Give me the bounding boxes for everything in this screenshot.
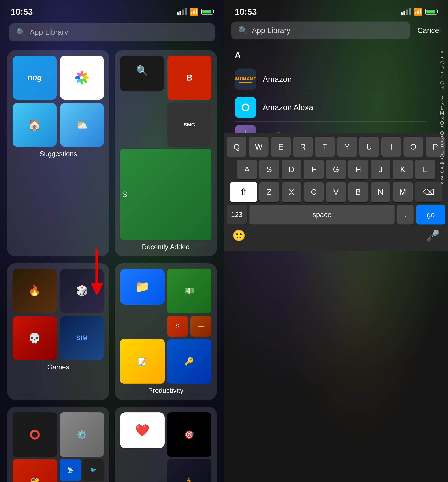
key-C[interactable]: C	[304, 182, 324, 202]
search-plus-icon[interactable]: 🔍 +	[120, 56, 164, 92]
key-R[interactable]: R	[293, 137, 313, 157]
alpha-J[interactable]: J	[441, 95, 443, 101]
key-S[interactable]: S	[259, 160, 279, 179]
alpha-A[interactable]: A	[440, 50, 444, 55]
alpha-U[interactable]: U	[440, 151, 444, 156]
recently-added-folder[interactable]: 🔍 + B SMG S Recently Added	[115, 50, 217, 256]
alpha-P[interactable]: P	[440, 125, 444, 131]
alpha-W[interactable]: W	[440, 161, 444, 166]
key-Y[interactable]: Y	[337, 137, 357, 157]
key-G[interactable]: G	[326, 160, 346, 179]
key-I[interactable]: I	[381, 137, 401, 157]
authy-icon[interactable]: 🔐	[13, 459, 57, 482]
prod-row2: 📝 🔑	[120, 339, 211, 384]
key-Q[interactable]: Q	[227, 137, 247, 157]
alpha-Z[interactable]: Z	[440, 176, 443, 181]
key-K[interactable]: K	[393, 160, 413, 179]
period-key[interactable]: .	[397, 205, 414, 225]
cancel-button[interactable]: Cancel	[414, 26, 441, 35]
left-panel: 10:53 📶 🔍 App Library	[0, 0, 224, 482]
suggestions-folder[interactable]: ring	[7, 50, 109, 256]
key-J[interactable]: J	[371, 160, 390, 179]
key-O[interactable]: O	[403, 137, 423, 157]
productivity-folder[interactable]: 📁 💵 S — 📝 🔑 Productivity	[115, 264, 217, 400]
key-H[interactable]: H	[348, 160, 368, 179]
alpha-L[interactable]: L	[441, 105, 443, 110]
alpha-G[interactable]: G	[440, 80, 444, 85]
sim-icon[interactable]: SIM	[60, 316, 104, 360]
alpha-V[interactable]: V	[440, 156, 444, 161]
onepass-icon[interactable]: 🔑	[167, 339, 212, 384]
alpha-O[interactable]: O	[440, 121, 444, 125]
search-bar-right[interactable]: 🔍 App Library	[231, 22, 410, 39]
health-icon[interactable]: ❤️	[120, 412, 165, 448]
key-M[interactable]: M	[393, 182, 413, 202]
key-T[interactable]: T	[315, 137, 335, 157]
alpha-X[interactable]: X	[440, 166, 444, 171]
key-E[interactable]: E	[271, 137, 291, 157]
bezel-icon[interactable]: B	[168, 56, 212, 100]
alpha-K[interactable]: K	[440, 101, 444, 105]
key-L[interactable]: L	[415, 160, 435, 179]
alpha-hash[interactable]: #	[441, 181, 443, 186]
soulver-icon[interactable]: S	[120, 149, 211, 240]
search-icon-left: 🔍	[16, 28, 26, 37]
alpha-Y[interactable]: Y	[440, 171, 444, 176]
search-bar-left[interactable]: 🔍 App Library	[9, 23, 215, 41]
ring3-icon[interactable]: 📡	[60, 459, 81, 481]
activity-icon[interactable]: 🎯	[167, 412, 212, 457]
alpha-N[interactable]: N	[440, 116, 444, 121]
alpha-R[interactable]: R	[440, 136, 444, 140]
home-icon[interactable]: 🏠	[13, 103, 57, 147]
weather-icon[interactable]: ⛅	[60, 103, 104, 147]
talon-icon[interactable]: 🐦	[82, 459, 104, 481]
numbers-key[interactable]: 123	[227, 205, 247, 225]
key-W[interactable]: W	[249, 137, 269, 157]
files-icon[interactable]: 📁	[120, 269, 165, 305]
alpha-sidebar[interactable]: A B C D E F G H I J K L M N O P Q R S T …	[440, 50, 444, 107]
alpha-I[interactable]: I	[441, 90, 443, 95]
dash-icon[interactable]: —	[191, 316, 211, 337]
key-F[interactable]: F	[304, 160, 324, 179]
dollar-icon[interactable]: 💵	[167, 269, 212, 313]
key-D[interactable]: D	[282, 160, 301, 179]
utilities-folder[interactable]: ⭕ ⚙️ 🔐 📡 🐦 💳 Utilities	[7, 407, 109, 482]
underarmour-icon[interactable]: 🏃	[167, 459, 212, 482]
key-N[interactable]: N	[371, 182, 390, 202]
alpha-Q[interactable]: Q	[440, 131, 444, 136]
alpha-C[interactable]: C	[440, 60, 444, 65]
health-fitness-folder[interactable]: ❤️ 🎯 🏃 Health & Fitness	[115, 407, 217, 482]
alpha-F[interactable]: F	[440, 75, 443, 80]
smg-icon[interactable]: SMG	[168, 103, 212, 147]
photos-icon[interactable]	[60, 56, 104, 100]
list-item-amazon[interactable]: amazon Amazon	[235, 65, 426, 93]
key-V[interactable]: V	[326, 182, 346, 202]
shift-key[interactable]: ⇧	[230, 182, 257, 202]
alpha-H[interactable]: H	[440, 85, 444, 90]
mic-button[interactable]: 🎤	[426, 229, 440, 242]
key-B[interactable]: B	[348, 182, 368, 202]
key-U[interactable]: U	[359, 137, 379, 157]
copilot2-icon[interactable]: S	[167, 316, 188, 337]
key-A[interactable]: A	[237, 160, 257, 179]
alpha-M[interactable]: M	[440, 110, 444, 116]
go-key[interactable]: go	[416, 205, 445, 225]
list-item-alexa[interactable]: Amazon Alexa	[235, 93, 426, 122]
emoji-button[interactable]: 🙂	[232, 229, 246, 242]
game1-icon[interactable]: 🔥	[13, 269, 57, 313]
key-Z[interactable]: Z	[259, 182, 279, 202]
alpha-D[interactable]: D	[440, 65, 444, 70]
svg-marker-10	[91, 283, 103, 296]
alpha-S[interactable]: S	[440, 140, 444, 146]
key-X[interactable]: X	[282, 182, 301, 202]
space-key[interactable]: space	[249, 205, 394, 225]
delete-key[interactable]: ⌫	[415, 182, 442, 202]
alpha-B[interactable]: B	[440, 55, 444, 60]
settings-icon[interactable]: ⚙️	[60, 412, 104, 457]
notes-icon[interactable]: 📝	[120, 339, 165, 384]
ring-icon[interactable]: ring	[13, 56, 57, 100]
oura-icon[interactable]: ⭕	[13, 412, 57, 457]
skull-icon[interactable]: 💀	[13, 316, 57, 360]
alpha-E[interactable]: E	[440, 70, 444, 75]
alpha-T[interactable]: T	[440, 146, 443, 151]
